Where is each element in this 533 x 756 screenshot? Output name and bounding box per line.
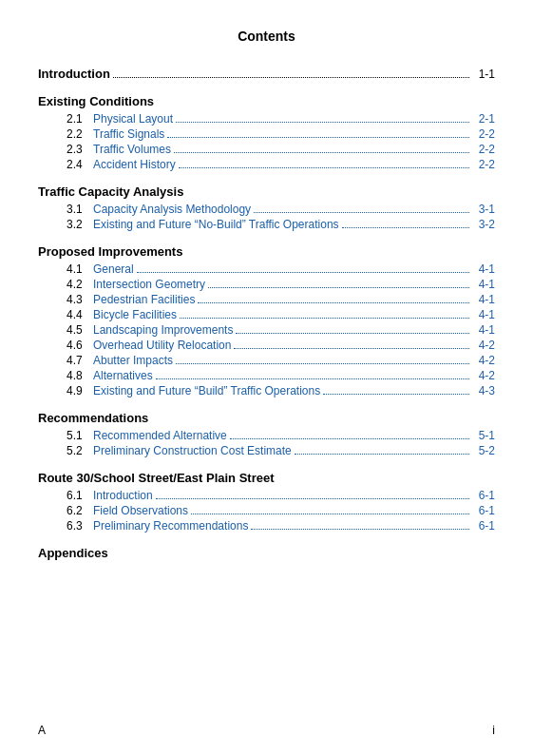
entry-number: 6.3 bbox=[67, 519, 93, 533]
entry-number: 6.2 bbox=[67, 504, 93, 517]
entry-dots bbox=[167, 137, 469, 138]
entry-dots bbox=[230, 438, 469, 439]
entry-number: 2.3 bbox=[67, 143, 93, 156]
section-heading-2: Proposed Improvements bbox=[38, 244, 495, 259]
entry-title: Landscaping Improvements bbox=[93, 323, 233, 337]
entry-number: 4.2 bbox=[67, 278, 93, 291]
entry-title: Field Observations bbox=[93, 504, 188, 517]
toc-entry-2-5: 4.6Overhead Utility Relocation4-2 bbox=[38, 339, 495, 352]
entry-dots bbox=[234, 348, 469, 349]
toc-entry-0-3: 2.4Accident History2-2 bbox=[38, 158, 495, 171]
entry-page: 2-2 bbox=[472, 158, 495, 171]
entry-dots bbox=[251, 529, 469, 530]
toc-entry-3-0: 5.1Recommended Alternative5-1 bbox=[38, 429, 495, 442]
toc-entry-3-1: 5.2Preliminary Construction Cost Estimat… bbox=[38, 444, 495, 457]
entry-page: 4-3 bbox=[472, 384, 495, 397]
entry-dots bbox=[156, 498, 469, 499]
entry-page: 5-1 bbox=[472, 429, 495, 442]
toc-entry-0-2: 2.3Traffic Volumes2-2 bbox=[38, 143, 495, 156]
entry-number: 4.5 bbox=[67, 323, 93, 337]
toc-entry-4-2: 6.3Preliminary Recommendations6-1 bbox=[38, 519, 495, 533]
entry-title: Traffic Signals bbox=[93, 127, 164, 141]
entry-dots bbox=[198, 302, 469, 303]
entry-dots bbox=[342, 227, 469, 228]
section-heading-3: Recommendations bbox=[38, 411, 495, 425]
entry-title: Bicycle Facilities bbox=[93, 308, 177, 321]
entry-number: 4.4 bbox=[67, 308, 93, 321]
entry-title: Existing and Future “No-Build” Traffic O… bbox=[93, 218, 339, 231]
toc-section-2: Proposed Improvements4.1General4-14.2Int… bbox=[38, 244, 495, 397]
entry-title: Intersection Geometry bbox=[93, 278, 205, 291]
entry-title: Alternatives bbox=[93, 369, 153, 382]
entry-title: Abutter Impacts bbox=[93, 354, 173, 367]
entry-dots bbox=[137, 272, 469, 273]
introduction-page: 1-1 bbox=[472, 68, 495, 81]
toc-section-0: Existing Conditions2.1Physical Layout2-1… bbox=[38, 94, 495, 171]
entry-page: 3-1 bbox=[472, 203, 495, 216]
page: Contents Introduction 1-1 Existing Condi… bbox=[0, 0, 533, 756]
entry-page: 4-1 bbox=[472, 262, 495, 276]
entry-number: 4.6 bbox=[67, 339, 93, 352]
toc-entry-2-0: 4.1General4-1 bbox=[38, 262, 495, 276]
entry-page: 6-1 bbox=[472, 504, 495, 517]
entry-dots bbox=[156, 378, 469, 379]
toc-entry-2-4: 4.5Landscaping Improvements4-1 bbox=[38, 323, 495, 337]
entry-page: 5-2 bbox=[472, 444, 495, 457]
entry-dots bbox=[323, 394, 469, 395]
section-heading-4: Route 30/School Street/East Plain Street bbox=[38, 471, 495, 485]
entry-dots bbox=[295, 454, 469, 455]
entry-page: 6-1 bbox=[472, 489, 495, 502]
entry-number: 2.2 bbox=[67, 127, 93, 141]
footer-right: i bbox=[492, 724, 495, 737]
entry-page: 4-2 bbox=[472, 339, 495, 352]
entry-number: 4.7 bbox=[67, 354, 93, 367]
entry-number: 5.1 bbox=[67, 429, 93, 442]
entry-page: 4-1 bbox=[472, 308, 495, 321]
entry-dots bbox=[208, 287, 469, 288]
entry-number: 2.4 bbox=[67, 158, 93, 171]
entry-page: 4-2 bbox=[472, 369, 495, 382]
toc-entry-2-2: 4.3Pedestrian Facilities4-1 bbox=[38, 293, 495, 306]
toc-section-1: Traffic Capacity Analysis3.1Capacity Ana… bbox=[38, 184, 495, 231]
toc-entry-2-8: 4.9Existing and Future “Build” Traffic O… bbox=[38, 384, 495, 397]
entry-dots bbox=[180, 318, 469, 319]
entry-number: 3.1 bbox=[67, 203, 93, 216]
page-footer: A i bbox=[38, 724, 495, 737]
introduction-dots bbox=[113, 77, 469, 78]
entry-number: 5.2 bbox=[67, 444, 93, 457]
entry-number: 4.8 bbox=[67, 369, 93, 382]
toc-entry-4-1: 6.2Field Observations6-1 bbox=[38, 504, 495, 517]
entry-number: 2.1 bbox=[67, 112, 93, 126]
toc-section-3: Recommendations5.1Recommended Alternativ… bbox=[38, 411, 495, 457]
toc-entry-0-1: 2.2Traffic Signals2-2 bbox=[38, 127, 495, 141]
toc-entry-1-0: 3.1Capacity Analysis Methodology3-1 bbox=[38, 203, 495, 216]
entry-page: 3-2 bbox=[472, 218, 495, 231]
entry-title: Traffic Volumes bbox=[93, 143, 171, 156]
toc-section-5: Appendices bbox=[38, 546, 495, 560]
entry-dots bbox=[236, 333, 469, 334]
entry-title: Capacity Analysis Methodology bbox=[93, 203, 251, 216]
section-heading-1: Traffic Capacity Analysis bbox=[38, 184, 495, 199]
entry-title: Physical Layout bbox=[93, 112, 173, 126]
page-title: Contents bbox=[38, 29, 495, 44]
entry-title: Overhead Utility Relocation bbox=[93, 339, 231, 352]
entry-title: Preliminary Recommendations bbox=[93, 519, 248, 533]
entry-number: 3.2 bbox=[67, 218, 93, 231]
entry-title: Preliminary Construction Cost Estimate bbox=[93, 444, 292, 457]
section-heading-0: Existing Conditions bbox=[38, 94, 495, 108]
entry-number: 4.3 bbox=[67, 293, 93, 306]
entry-page: 4-1 bbox=[472, 323, 495, 337]
entry-page: 2-2 bbox=[472, 127, 495, 141]
toc-entry-2-1: 4.2Intersection Geometry4-1 bbox=[38, 278, 495, 291]
entry-number: 4.9 bbox=[67, 384, 93, 397]
entry-page: 4-1 bbox=[472, 278, 495, 291]
footer-left: A bbox=[38, 724, 46, 737]
entry-title: Introduction bbox=[93, 489, 153, 502]
entry-page: 4-1 bbox=[472, 293, 495, 306]
toc-section-4: Route 30/School Street/East Plain Street… bbox=[38, 471, 495, 533]
toc-entry-4-0: 6.1Introduction6-1 bbox=[38, 489, 495, 502]
entry-page: 4-2 bbox=[472, 354, 495, 367]
toc-entry-0-0: 2.1Physical Layout2-1 bbox=[38, 112, 495, 126]
entry-number: 4.1 bbox=[67, 262, 93, 276]
section-heading-5: Appendices bbox=[38, 546, 495, 560]
